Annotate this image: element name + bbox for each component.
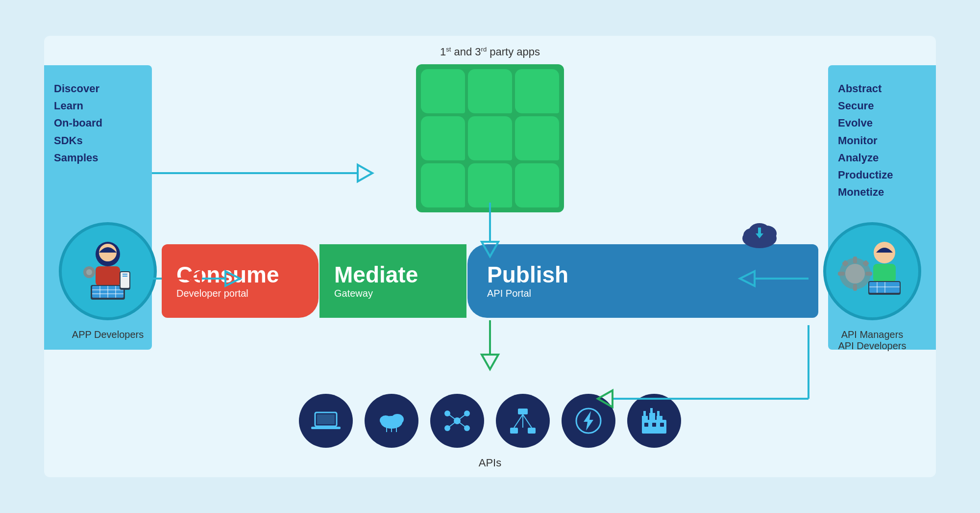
left-item-discover: Discover — [54, 80, 142, 97]
left-item-samples: Samples — [54, 149, 142, 166]
svg-rect-8 — [96, 266, 120, 286]
svg-rect-55 — [518, 409, 528, 414]
svg-rect-71 — [650, 408, 653, 414]
svg-rect-25 — [853, 284, 857, 291]
svg-marker-87 — [358, 165, 372, 181]
cloud-api-icon-circle — [365, 394, 418, 448]
svg-line-53 — [447, 421, 457, 428]
consume-sub-label: Developer portal — [176, 288, 304, 299]
mediate-sub-label: Gateway — [334, 288, 452, 299]
left-item-sdks: SDKs — [54, 132, 142, 149]
apis-label: APIs — [479, 457, 501, 469]
factory-icon-circle — [627, 394, 681, 448]
app-developer-illustration — [69, 232, 147, 310]
svg-rect-67 — [644, 423, 648, 427]
svg-rect-31 — [873, 264, 896, 282]
app-tile-5 — [468, 116, 512, 160]
svg-marker-80 — [482, 355, 498, 369]
svg-rect-69 — [660, 423, 664, 427]
middle-row: Consume Developer portal Mediate Gateway… — [162, 242, 818, 320]
person-circle-right — [823, 222, 921, 320]
right-item-abstract: Abstract — [838, 80, 926, 97]
right-item-monetize: Monetize — [838, 183, 926, 201]
right-item-productize: Productize — [838, 166, 926, 183]
person-label-right: API Managers API Developers — [823, 329, 921, 352]
apps-grid — [416, 64, 564, 212]
app-tile-9 — [515, 163, 559, 207]
right-panel-text: Abstract Secure Evolve Monitor Analyze P… — [838, 80, 926, 201]
svg-point-21 — [86, 269, 92, 275]
person-label-left: APP Developers — [59, 329, 157, 340]
cloud-icon — [740, 220, 779, 251]
person-circle-left — [59, 222, 157, 320]
laptop-icon-circle — [299, 394, 353, 448]
mediate-box: Mediate Gateway — [319, 244, 466, 318]
network-icon-circle — [430, 394, 484, 448]
mediate-main-label: Mediate — [334, 263, 452, 286]
svg-point-42 — [391, 414, 404, 425]
apps-section: 1st and 3rd party apps — [416, 46, 564, 212]
svg-rect-72 — [657, 411, 660, 417]
app-tile-3 — [515, 69, 559, 113]
svg-point-23 — [845, 264, 865, 283]
app-tile-4 — [421, 116, 465, 160]
svg-line-59 — [523, 414, 532, 428]
publish-sub-label: API Portal — [487, 288, 799, 299]
left-item-onboard: On-board — [54, 114, 142, 131]
app-tile-7 — [421, 163, 465, 207]
main-container: Discover Learn On-board SDKs Samples Abs… — [20, 21, 960, 492]
svg-rect-5 — [758, 228, 761, 234]
app-tile-6 — [515, 116, 559, 160]
right-item-secure: Secure — [838, 97, 926, 114]
right-item-evolve: Evolve — [838, 114, 926, 131]
lightning-icon-circle — [562, 394, 615, 448]
svg-line-52 — [457, 413, 467, 421]
svg-rect-68 — [652, 423, 656, 427]
svg-rect-33 — [869, 282, 900, 293]
api-diagram-icon-circle — [496, 394, 550, 448]
svg-rect-27 — [865, 272, 872, 276]
svg-rect-39 — [311, 427, 341, 429]
right-item-analyze: Analyze — [838, 149, 926, 166]
diagram-area: Discover Learn On-board SDKs Samples Abs… — [44, 36, 936, 477]
svg-line-51 — [447, 413, 457, 421]
consume-box: Consume Developer portal — [162, 244, 318, 318]
publish-main-label: Publish — [487, 263, 799, 286]
svg-point-41 — [380, 415, 392, 425]
bottom-icons-row — [299, 394, 681, 448]
svg-line-58 — [514, 414, 523, 428]
svg-rect-70 — [643, 411, 646, 417]
app-tile-1 — [421, 69, 465, 113]
left-panel-text: Discover Learn On-board SDKs Samples — [54, 80, 142, 166]
svg-rect-65 — [649, 413, 655, 422]
consume-main-label: Consume — [176, 263, 304, 286]
svg-rect-38 — [317, 414, 335, 424]
api-manager-illustration — [833, 232, 911, 310]
svg-marker-62 — [584, 411, 593, 431]
svg-line-54 — [457, 421, 467, 428]
svg-rect-56 — [510, 428, 518, 434]
right-item-monitor: Monitor — [838, 132, 926, 149]
svg-rect-57 — [528, 428, 536, 434]
svg-rect-24 — [853, 256, 857, 263]
app-tile-8 — [468, 163, 512, 207]
svg-rect-26 — [838, 272, 845, 276]
publish-box: Publish API Portal — [467, 244, 818, 318]
app-tile-2 — [468, 69, 512, 113]
left-item-learn: Learn — [54, 97, 142, 114]
apps-label: 1st and 3rd party apps — [440, 46, 540, 58]
